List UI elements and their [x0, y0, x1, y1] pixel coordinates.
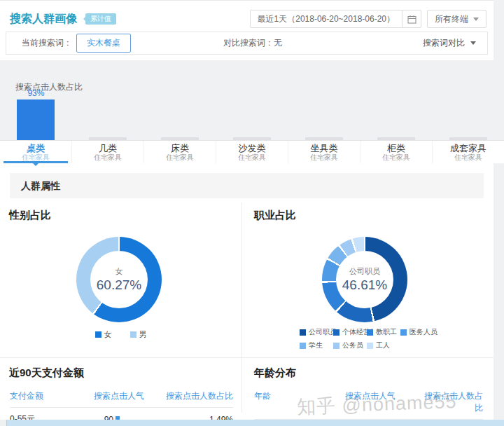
- calendar-button[interactable]: [402, 11, 421, 27]
- tab-label: 柜类: [360, 143, 432, 153]
- category-tab[interactable]: 成套家具住宅家具: [432, 141, 504, 163]
- category-tab[interactable]: 几类住宅家具: [71, 141, 144, 163]
- legend-label: 公务员: [342, 341, 363, 350]
- legend-item: 公务员: [333, 341, 367, 350]
- active-tab-pointer-icon: [33, 163, 38, 166]
- tab-label: 成套家具: [433, 143, 504, 153]
- legend-item: 工人: [367, 341, 400, 350]
- legend-swatch: [300, 329, 306, 336]
- category-bar[interactable]: [17, 99, 55, 140]
- compare-word-label: 对比搜索词：: [223, 38, 274, 48]
- tab-label: 沙发类: [216, 143, 288, 153]
- tab-sublabel: 住宅家具: [288, 153, 360, 161]
- legend-label: 教职工: [376, 327, 397, 337]
- compare-word-text: 对比搜索词：无: [223, 37, 282, 49]
- gender-panel: 性别占比 女 60.27% 女男: [0, 198, 241, 357]
- table-header-row: 支付金额搜索点击人气搜索点击人数占比: [10, 390, 233, 408]
- tab-label: 坐具类: [288, 143, 360, 153]
- payment-panel-title: 近90天支付金额: [9, 366, 84, 380]
- legend-label: 男: [139, 329, 147, 340]
- legend-label: 医务人员: [410, 327, 438, 337]
- payment-panel: 近90天支付金额 支付金额搜索点击人气搜索点击人数占比0-55元901.49%: [0, 358, 241, 420]
- legend-label: 学生: [309, 341, 323, 350]
- tab-sublabel: 住宅家具: [72, 153, 144, 161]
- column-header[interactable]: 支付金额: [10, 390, 77, 402]
- gender-center-value: 60.27%: [97, 277, 141, 293]
- legend-item: 学生: [300, 341, 333, 350]
- bar-slot: [288, 85, 360, 140]
- legend-swatch: [130, 331, 136, 338]
- bar-slot: [72, 85, 144, 140]
- date-range-picker[interactable]: 最近1天（2018-06-20~2018-06-20）: [250, 10, 421, 28]
- tab-sublabel: 住宅家具: [216, 153, 288, 161]
- horizontal-scrollbar[interactable]: [0, 420, 504, 426]
- terminal-select[interactable]: 所有终端: [427, 10, 486, 28]
- category-tabs: 桌类住宅家具几类住宅家具床类住宅家具沙发类住宅家具坐具类住宅家具柜类住宅家具成套…: [0, 140, 504, 163]
- category-tab[interactable]: 床类住宅家具: [144, 141, 216, 163]
- terminal-select-value: 所有终端: [435, 13, 468, 25]
- bar-slot: [432, 85, 504, 140]
- bar-slot: 93%: [0, 85, 72, 140]
- gender-donut-chart[interactable]: 女 60.27%: [76, 237, 162, 322]
- legend-item: 教职工: [367, 327, 400, 337]
- legend-swatch: [367, 329, 373, 336]
- gender-legend: 女男: [0, 329, 241, 340]
- chevron-down-icon: [473, 18, 479, 21]
- bar-value-label: 93%: [0, 88, 72, 98]
- page-title: 搜索人群画像: [10, 12, 77, 27]
- cumulative-badge: 累计值: [85, 13, 116, 25]
- bar-slot: [144, 85, 216, 140]
- legend-item: 男: [130, 329, 147, 340]
- search-crowd-portrait-page: 搜索人群画像 累计值 最近1天（2018-06-20~2018-06-20）: [0, 0, 504, 426]
- legend-swatch: [367, 343, 373, 349]
- current-keyword-button[interactable]: 实木餐桌: [76, 34, 131, 53]
- category-bar-chart: 搜索点击人数占比 93%: [0, 60, 504, 140]
- category-tab[interactable]: 桌类住宅家具: [0, 141, 71, 163]
- tab-label: 桌类: [0, 143, 71, 153]
- occupation-panel: 职业占比 公司职员 46.61% 公司职员个体经营/教职工医务人员学生公务员工人: [241, 198, 493, 357]
- legend-swatch: [400, 329, 407, 336]
- occupation-center-name: 公司职员: [349, 266, 380, 277]
- chevron-down-icon: [470, 41, 476, 45]
- tab-label: 几类: [72, 143, 144, 153]
- section-header: 人群属性: [10, 173, 484, 198]
- legend-item: 个体经营/: [333, 327, 367, 337]
- current-word-label: 当前搜索词：: [22, 37, 72, 49]
- occupation-center-value: 46.61%: [342, 277, 387, 293]
- compare-toggle-label: 搜索词对比: [423, 37, 465, 49]
- header-card: 搜索人群画像 累计值 最近1天（2018-06-20~2018-06-20）: [0, 0, 493, 60]
- gender-center-name: 女: [115, 266, 123, 277]
- tab-label: 床类: [144, 143, 216, 153]
- tab-sublabel: 住宅家具: [144, 153, 216, 161]
- legend-label: 工人: [376, 341, 390, 350]
- search-word-filter-bar: 当前搜索词： 实木餐桌 对比搜索词：无 搜索词对比: [6, 32, 488, 55]
- title-row: 搜索人群画像 累计值 最近1天（2018-06-20~2018-06-20）: [0, 1, 493, 32]
- compare-word-value: 无: [274, 38, 282, 48]
- bar-slot: [216, 85, 288, 140]
- legend-swatch: [95, 331, 102, 338]
- category-tab[interactable]: 柜类住宅家具: [360, 141, 432, 163]
- tab-sublabel: 住宅家具: [433, 153, 504, 161]
- scrollbar-corner: [0, 420, 7, 426]
- bar-slot: [360, 85, 432, 140]
- tab-sublabel: 住宅家具: [360, 153, 432, 161]
- date-range-text[interactable]: 最近1天（2018-06-20~2018-06-20）: [251, 13, 402, 25]
- header-controls: 最近1天（2018-06-20~2018-06-20） 所有终端: [250, 10, 486, 28]
- legend-item: 公司职员: [300, 327, 333, 337]
- gender-panel-title: 性别占比: [9, 209, 51, 222]
- calendar-icon: [407, 15, 416, 24]
- legend-item: 医务人员: [400, 327, 434, 337]
- category-tab[interactable]: 坐具类住宅家具: [288, 141, 360, 163]
- occupation-donut-chart[interactable]: 公司职员 46.61%: [322, 237, 407, 322]
- column-header[interactable]: 搜索点击人气: [77, 390, 161, 402]
- legend-label: 公司职员: [309, 327, 337, 337]
- category-tab[interactable]: 沙发类住宅家具: [216, 141, 288, 163]
- occupation-panel-title: 职业占比: [254, 209, 296, 222]
- column-header[interactable]: 搜索点击人数占比: [161, 390, 233, 402]
- compare-toggle-button[interactable]: 搜索词对比: [423, 37, 476, 49]
- category-bars: 93%: [0, 85, 504, 140]
- legend-label: 女: [104, 329, 112, 340]
- crowd-attributes-card: 人群属性 性别占比 女 60.27% 女男 职业占比 公司职员 46.61% 公…: [0, 163, 493, 420]
- legend-swatch: [333, 329, 340, 336]
- age-panel-title: 年龄分布: [254, 366, 296, 380]
